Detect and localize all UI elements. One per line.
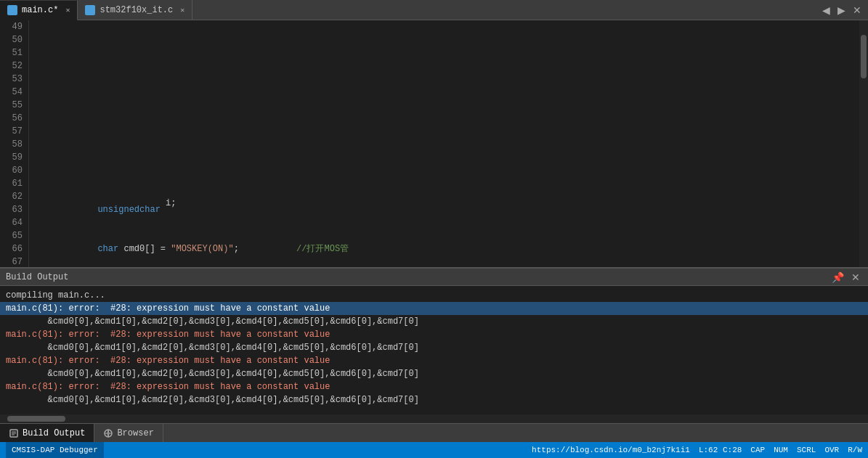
panel-pin-btn[interactable]: 📌 [830,272,846,282]
build-line-1[interactable]: main.c(81): error: #28: expression must … [0,302,868,315]
build-icon [9,428,19,438]
build-content[interactable]: compiling main.c... main.c(81): error: #… [0,286,868,414]
editor-scrollbar-v[interactable] [859,20,868,267]
status-right: https://blog.csdn.io/m0_b2nj7k1i1 L:62 C… [532,446,862,454]
editor-area: 49 50 51 52 53 54 55 56 57 58 59 60 61 6… [0,20,868,267]
build-output-panel: Build Output 📌 ✕ compiling main.c... mai… [0,267,868,423]
panel-close-btn[interactable]: ✕ [849,272,862,282]
bottom-tab-bar: Build Output Browser [0,423,868,442]
status-cap: CAP [750,446,765,454]
build-line-4: &cmd0[0],&cmd1[0],&cmd2[0],&cmd3[0],&cmd… [0,341,868,354]
build-line-8: &cmd0[0],&cmd1[0],&cmd2[0],&cmd3[0],&cmd… [0,393,868,406]
tab-close-main[interactable]: ✕ [65,6,70,15]
status-ovr: OVR [824,446,839,454]
tab-label-stm32: stm32f10x_it.c [100,5,173,15]
status-bar: CMSIS-DAP Debugger https://blog.csdn.io/… [0,442,868,458]
scrollbar-thumb-v [861,35,867,78]
code-line-51 [35,125,868,138]
bottom-tab-browser[interactable]: Browser [94,424,163,442]
debugger-section: CMSIS-DAP Debugger [6,442,104,458]
code-container[interactable]: 49 50 51 52 53 54 55 56 57 58 59 60 61 6… [0,20,868,267]
status-rw: R/W [848,446,862,454]
build-line-7: main.c(81): error: #28: expression must … [0,380,868,393]
code-line-50 [35,86,868,99]
browser-icon [103,428,113,438]
code-line-49 [35,46,868,60]
file-icon [7,5,17,15]
build-scrollbar-h[interactable] [0,414,868,423]
build-scrollbar-thumb [7,416,65,422]
code-content[interactable]: unsigned char i; char cmd0[] = "MOSKEY(O… [29,20,868,267]
panel-controls: 📌 ✕ [830,272,862,282]
status-scrl: SCRL [797,446,816,454]
tab-label-main: main.c* [22,5,58,15]
line-numbers: 49 50 51 52 53 54 55 56 57 58 59 60 61 6… [0,20,29,267]
build-line-2: &cmd0[0],&cmd1[0],&cmd2[0],&cmd3[0],&cmd… [0,315,868,328]
tab-controls: ◀ ▶ ✕ [820,4,868,16]
build-line-3: main.c(81): error: #28: expression must … [0,328,868,341]
bottom-tab-build-output[interactable]: Build Output [0,424,94,442]
tab-main-c[interactable]: main.c* ✕ [0,1,78,20]
debugger-label: CMSIS-DAP Debugger [12,446,98,454]
build-line-5: main.c(81): error: #28: expression must … [0,354,868,367]
bottom-tab-browser-label: Browser [117,428,153,438]
tab-bar: main.c* ✕ stm32f10x_it.c ✕ ◀ ▶ ✕ [0,0,868,20]
status-url: https://blog.csdn.io/m0_b2nj7k1i1 [532,446,690,454]
panel-title: Build Output [6,272,68,282]
build-line-6: &cmd0[0],&cmd1[0],&cmd2[0],&cmd3[0],&cmd… [0,367,868,380]
status-position: L:62 C:28 [699,446,742,454]
bottom-tab-build-label: Build Output [23,428,85,438]
tab-close-all[interactable]: ✕ [851,4,864,16]
code-line-53: unsigned char i; [35,203,868,216]
tab-close-stm32[interactable]: ✕ [180,6,184,15]
build-line-0: compiling main.c... [0,289,868,302]
status-num: NUM [774,446,788,454]
tab-scroll-left[interactable]: ◀ [820,4,832,16]
code-line-52 [35,164,868,177]
file-icon-2 [85,5,95,15]
code-line-54: char cmd0[] = "MOSKEY(ON)"; //打开MOS管 [35,242,868,255]
tab-scroll-right[interactable]: ▶ [835,4,848,16]
tab-stm32[interactable]: stm32f10x_it.c ✕ [78,0,192,20]
panel-header: Build Output 📌 ✕ [0,269,868,286]
